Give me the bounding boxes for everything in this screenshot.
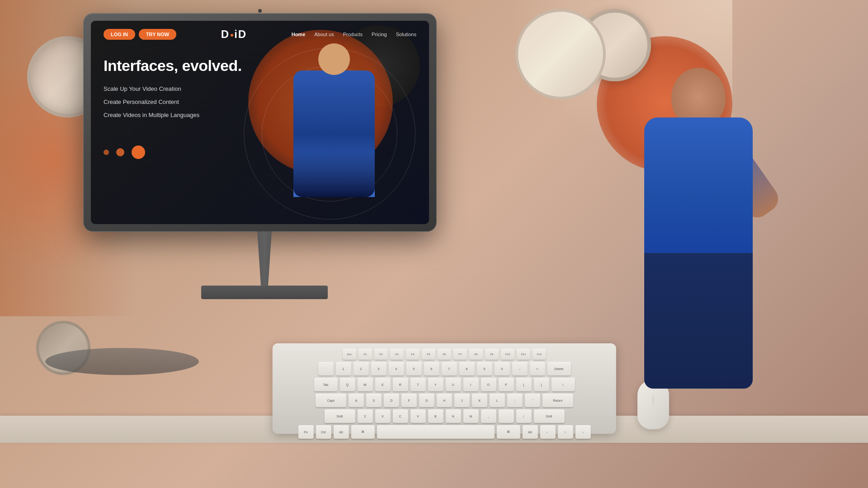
key-backtick[interactable]: ` bbox=[318, 362, 333, 375]
key-ctrl[interactable]: Ctrl bbox=[316, 425, 331, 439]
key-m[interactable]: M bbox=[463, 409, 478, 423]
key-s[interactable]: S bbox=[366, 394, 382, 407]
keyboard-row-qwerty: Tab Q W E R T Y U I O P [ ] \ bbox=[280, 378, 609, 391]
nav-link-pricing[interactable]: Pricing bbox=[372, 32, 387, 37]
key-f12[interactable]: F12 bbox=[533, 349, 546, 360]
keyboard-row-fn: Esc F1 F2 F3 F4 F5 F6 F7 F8 F9 F10 F11 F… bbox=[280, 349, 609, 360]
key-t[interactable]: T bbox=[410, 378, 425, 391]
key-7[interactable]: 7 bbox=[441, 362, 457, 375]
key-l[interactable]: L bbox=[490, 394, 505, 407]
monitor-camera bbox=[258, 9, 262, 13]
key-h[interactable]: H bbox=[437, 394, 452, 407]
key-k[interactable]: K bbox=[472, 394, 487, 407]
key-3[interactable]: 3 bbox=[371, 362, 386, 375]
key-alt-left[interactable]: Alt bbox=[333, 425, 349, 439]
circle-light-right bbox=[515, 9, 606, 99]
key-g[interactable]: G bbox=[419, 394, 434, 407]
nav-link-products[interactable]: Products bbox=[343, 32, 363, 37]
key-backslash[interactable]: \ bbox=[551, 378, 575, 391]
hero-dot-large bbox=[132, 145, 145, 159]
key-o[interactable]: O bbox=[481, 378, 496, 391]
key-f11[interactable]: F11 bbox=[517, 349, 530, 360]
key-return[interactable]: Return bbox=[542, 394, 573, 407]
key-comma[interactable]: , bbox=[481, 409, 496, 423]
key-f8[interactable]: F8 bbox=[469, 349, 483, 360]
site-hero: Interfaces, evolved. Scale Up Your Video… bbox=[91, 48, 429, 141]
key-shift-left[interactable]: Shift bbox=[324, 409, 355, 423]
key-semicolon[interactable]: ; bbox=[507, 394, 523, 407]
key-lbracket[interactable]: [ bbox=[516, 378, 531, 391]
keyboard-row-zxcv: Shift Z X C V B N M , . / Shift bbox=[280, 409, 609, 423]
key-0[interactable]: 0 bbox=[494, 362, 509, 375]
key-5[interactable]: 5 bbox=[406, 362, 421, 375]
key-arrow-left[interactable]: ← bbox=[540, 425, 555, 439]
key-f6[interactable]: F6 bbox=[438, 349, 451, 360]
key-f3[interactable]: F3 bbox=[390, 349, 404, 360]
key-i[interactable]: I bbox=[463, 378, 478, 391]
key-alt-right[interactable]: Alt bbox=[522, 425, 538, 439]
key-f5[interactable]: F5 bbox=[422, 349, 435, 360]
key-f7[interactable]: F7 bbox=[453, 349, 467, 360]
key-1[interactable]: 1 bbox=[335, 362, 351, 375]
key-arrow-up-down[interactable]: ↑↓ bbox=[557, 425, 573, 439]
key-8[interactable]: 8 bbox=[459, 362, 474, 375]
key-j[interactable]: J bbox=[454, 394, 470, 407]
key-cmd-left[interactable]: ⌘ bbox=[351, 425, 374, 439]
key-caps[interactable]: Caps bbox=[316, 394, 346, 407]
key-shift-right[interactable]: Shift bbox=[533, 409, 564, 423]
key-arrow-right[interactable]: → bbox=[575, 425, 590, 439]
nav-link-home[interactable]: Home bbox=[292, 32, 306, 37]
key-slash[interactable]: / bbox=[516, 409, 531, 423]
key-x[interactable]: X bbox=[375, 409, 390, 423]
keyboard[interactable]: Esc F1 F2 F3 F4 F5 F6 F7 F8 F9 F10 F11 F… bbox=[273, 343, 616, 434]
hero-dot-medium bbox=[116, 148, 124, 156]
key-u[interactable]: U bbox=[445, 378, 461, 391]
nav-link-solutions[interactable]: Solutions bbox=[396, 32, 416, 37]
hero-feature-1: Scale Up Your Video Creation bbox=[104, 85, 416, 92]
key-cmd-right[interactable]: ⌘ bbox=[496, 425, 520, 439]
nav-link-about[interactable]: About us bbox=[314, 32, 334, 37]
key-w[interactable]: W bbox=[357, 378, 373, 391]
key-9[interactable]: 9 bbox=[476, 362, 492, 375]
key-fn[interactable]: Fn bbox=[298, 425, 313, 439]
key-b[interactable]: B bbox=[428, 409, 443, 423]
key-v[interactable]: V bbox=[410, 409, 425, 423]
key-equals[interactable]: = bbox=[529, 362, 545, 375]
key-f10[interactable]: F10 bbox=[501, 349, 514, 360]
key-2[interactable]: 2 bbox=[353, 362, 368, 375]
floor-disk bbox=[45, 348, 199, 375]
site-logo[interactable]: DiD bbox=[221, 28, 247, 41]
key-f9[interactable]: F9 bbox=[485, 349, 499, 360]
hero-features-list: Scale Up Your Video Creation Create Pers… bbox=[104, 85, 416, 118]
key-f1[interactable]: F1 bbox=[359, 349, 372, 360]
nav-links: Home About us Products Pricing Solutions bbox=[292, 32, 416, 37]
key-f4[interactable]: F4 bbox=[406, 349, 420, 360]
key-a[interactable]: A bbox=[349, 394, 364, 407]
key-n[interactable]: N bbox=[445, 409, 461, 423]
key-p[interactable]: P bbox=[498, 378, 514, 391]
monitor-wrapper: LOG IN TRY NOW DiD Home About us Product… bbox=[84, 14, 445, 299]
key-6[interactable]: 6 bbox=[424, 362, 439, 375]
login-button[interactable]: LOG IN bbox=[104, 29, 135, 40]
key-rbracket[interactable]: ] bbox=[533, 378, 549, 391]
key-y[interactable]: Y bbox=[428, 378, 443, 391]
try-now-button[interactable]: TRY NOW bbox=[139, 29, 176, 40]
hero-dot-small bbox=[104, 150, 109, 155]
key-4[interactable]: 4 bbox=[388, 362, 404, 375]
key-d[interactable]: D bbox=[384, 394, 399, 407]
key-space[interactable] bbox=[377, 425, 494, 439]
key-e[interactable]: E bbox=[375, 378, 390, 391]
key-quote[interactable]: ' bbox=[525, 394, 540, 407]
key-period[interactable]: . bbox=[498, 409, 514, 423]
key-f2[interactable]: F2 bbox=[374, 349, 388, 360]
key-delete[interactable]: Delete bbox=[547, 362, 571, 375]
key-r[interactable]: R bbox=[392, 378, 408, 391]
key-tab[interactable]: Tab bbox=[314, 378, 337, 391]
key-esc[interactable]: Esc bbox=[343, 349, 356, 360]
key-c[interactable]: C bbox=[392, 409, 408, 423]
key-f[interactable]: F bbox=[401, 394, 417, 407]
key-z[interactable]: Z bbox=[357, 409, 373, 423]
key-minus[interactable]: - bbox=[512, 362, 527, 375]
key-q[interactable]: Q bbox=[340, 378, 355, 391]
hero-feature-3: Create Videos in Multiple Languages bbox=[104, 112, 416, 118]
